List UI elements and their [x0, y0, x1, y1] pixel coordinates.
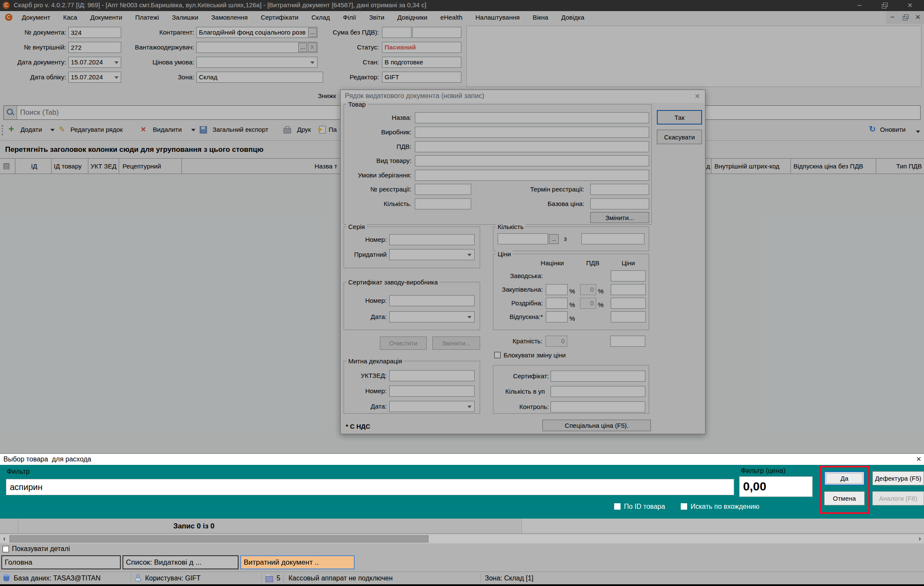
series-number-field[interactable]	[389, 234, 475, 245]
params-button[interactable]: Па	[329, 123, 337, 136]
block-price-checkbox[interactable]	[494, 352, 501, 358]
special-price-button[interactable]: Спеціальна ціна (F5).	[542, 420, 651, 431]
by-id-checkbox[interactable]	[614, 503, 621, 510]
print-button[interactable]: Друк	[297, 123, 311, 136]
col-ukt-zed[interactable]: УКТ ЗЕД	[90, 159, 117, 174]
col-shtrihkod[interactable]: Внутрішній штрих-код	[714, 159, 779, 174]
reg-term-field[interactable]	[590, 184, 649, 195]
product-type-field[interactable]	[415, 155, 649, 166]
defectura-button[interactable]: Дефектура (F5)	[872, 471, 924, 485]
factory-price-field[interactable]	[611, 270, 646, 281]
col-id-tovaru[interactable]: ІД товару	[54, 159, 82, 174]
reg-number-field[interactable]	[415, 184, 471, 195]
picker-close-icon[interactable]: ×	[913, 454, 924, 464]
cert-date-combo[interactable]	[389, 311, 475, 322]
delete-caret-icon[interactable]	[191, 129, 195, 131]
doc-date-field[interactable]: 15.07.2024	[68, 57, 121, 68]
h-scrollbar[interactable]: ‹ ›	[0, 534, 924, 543]
menu-вікна[interactable]: Вікна	[527, 11, 554, 24]
price-filter-input[interactable]	[739, 476, 813, 497]
cert-date-caret-icon[interactable]	[467, 316, 472, 319]
menu-склад[interactable]: Склад	[306, 11, 335, 24]
mdi-close-icon[interactable]: ×	[912, 11, 924, 24]
tab-vitratniy[interactable]: Витратний документ ..	[240, 555, 355, 569]
menu-філії[interactable]: Філії	[338, 11, 362, 24]
valid-caret-icon[interactable]	[467, 254, 472, 256]
export-button[interactable]: Загальний експорт	[213, 123, 268, 136]
menu-ehealth[interactable]: eHealth	[435, 11, 468, 24]
dialog-close-icon[interactable]: ×	[691, 90, 704, 102]
col-cut[interactable]: д	[706, 159, 710, 174]
close-icon[interactable]: ×	[901, 0, 919, 10]
cert-number-field[interactable]	[389, 295, 475, 306]
menu-залишки[interactable]: Залишки	[166, 11, 204, 24]
menu-платежі[interactable]: Платежі	[130, 11, 165, 24]
restore-icon[interactable]	[882, 4, 886, 9]
scroll-left-arrow[interactable]: ‹	[0, 534, 9, 543]
add-button[interactable]: Додати	[20, 123, 42, 136]
manufacturer-field[interactable]	[415, 127, 649, 138]
customs-number-field[interactable]	[389, 386, 475, 397]
tab-golovna[interactable]: Головна	[1, 555, 121, 569]
account-date-field[interactable]: 15.07.2024	[68, 72, 121, 83]
menu-каса[interactable]: Каса	[58, 11, 83, 24]
storage-field[interactable]	[415, 170, 649, 181]
valid-combo[interactable]	[389, 249, 475, 260]
doc-date-caret-icon[interactable]	[114, 61, 119, 64]
mdi-minimize-icon[interactable]: –	[886, 11, 899, 24]
menu-сертифікати[interactable]: Сертифікати	[255, 11, 304, 24]
change-product-button[interactable]: Змінити...	[590, 212, 649, 223]
customs-date-caret-icon[interactable]	[467, 406, 472, 408]
mdi-restore-icon[interactable]	[899, 11, 912, 24]
col-tip-pdv[interactable]: Тип ПДВ	[890, 159, 922, 174]
customs-date-combo[interactable]	[389, 401, 475, 412]
selling-price-field[interactable]	[611, 311, 646, 322]
purchase-markup-field[interactable]	[546, 284, 568, 295]
sum-field-1[interactable]	[382, 27, 411, 38]
menu-довідники[interactable]: Довідники	[392, 11, 433, 24]
edit-row-button[interactable]: Редагувати рядок	[70, 123, 123, 136]
menu-документ[interactable]: Документ	[16, 11, 56, 24]
qty-lookup-button[interactable]: ...	[549, 234, 559, 244]
quantity-field[interactable]	[415, 198, 471, 209]
scroll-right-arrow[interactable]: ›	[915, 534, 924, 543]
selling-markup-field[interactable]	[546, 311, 568, 322]
multiplicity-price-field[interactable]	[610, 336, 645, 347]
purchase-price-field[interactable]	[611, 284, 646, 295]
col-id[interactable]: ІД	[18, 159, 50, 174]
qty-count-field[interactable]	[498, 233, 548, 244]
menu-налаштування[interactable]: Налаштування	[470, 11, 525, 24]
retail-markup-field[interactable]	[546, 298, 568, 309]
add-caret-icon[interactable]	[50, 129, 55, 131]
by-entry-checkbox[interactable]	[681, 503, 687, 510]
sum-field-2[interactable]	[412, 27, 461, 38]
toolbar-grip[interactable]	[2, 125, 3, 135]
filter-input[interactable]	[6, 479, 734, 495]
retail-price-field[interactable]	[611, 298, 646, 309]
search-icon-button[interactable]	[4, 106, 17, 119]
dialog-cancel-button[interactable]: Скасувати	[657, 130, 702, 144]
account-date-caret-icon[interactable]	[114, 76, 119, 79]
refresh-caret-icon[interactable]	[916, 131, 920, 133]
refresh-button[interactable]: Оновити	[880, 123, 906, 136]
dialog-ok-button[interactable]: Так	[657, 110, 702, 125]
col-vidpuskna[interactable]: Відпускна ціна без ПДВ	[793, 159, 863, 174]
cert2-field[interactable]	[551, 371, 645, 382]
delete-button[interactable]: Видалити	[153, 123, 182, 136]
control-field[interactable]	[551, 401, 645, 412]
qty-pack-field[interactable]	[551, 386, 645, 397]
base-price-field[interactable]	[590, 198, 649, 209]
name-field[interactable]	[415, 112, 649, 123]
internal-number-field[interactable]	[68, 42, 121, 53]
menu-звіти[interactable]: Звіти	[364, 11, 390, 24]
vat-field[interactable]	[415, 141, 649, 152]
uktzed-field[interactable]	[389, 370, 475, 381]
col-receptur[interactable]: Рецептурний	[122, 159, 161, 174]
menu-документи[interactable]: Документи	[85, 11, 128, 24]
doc-number-field[interactable]	[68, 27, 121, 38]
menu-замовлення[interactable]: Замовлення	[206, 11, 253, 24]
show-details-checkbox[interactable]	[3, 546, 9, 552]
minimize-icon[interactable]: –	[851, 0, 868, 10]
scroll-thumb[interactable]	[9, 535, 428, 542]
tab-spisok[interactable]: Список: Видаткові д ...	[122, 555, 239, 569]
